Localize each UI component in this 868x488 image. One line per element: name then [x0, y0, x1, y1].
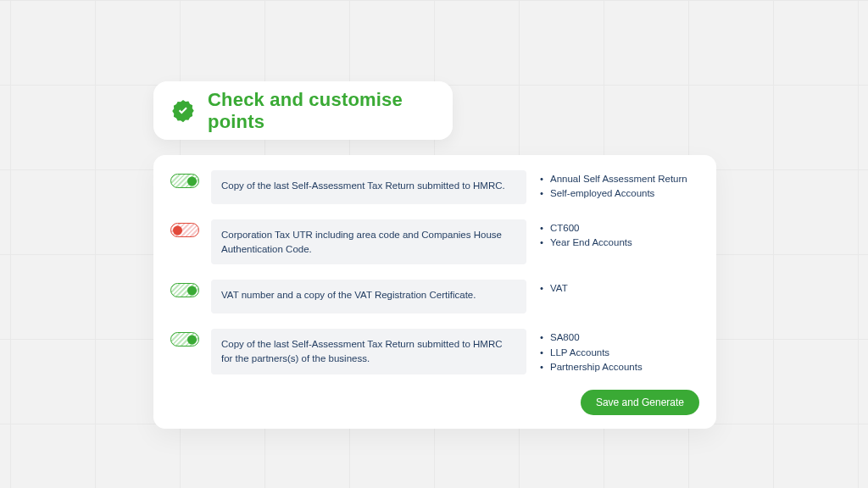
tag-item: VAT	[548, 281, 699, 296]
tag-item: LLP Accounts	[548, 346, 699, 360]
tag-item: SA800	[548, 330, 699, 345]
point-tags: VAT	[538, 280, 699, 296]
save-and-generate-button[interactable]: Save and Generate	[581, 390, 699, 415]
point-tags: Annual Self Assessment Return Self-emplo…	[538, 170, 699, 202]
tag-item: Annual Self Assessment Return	[548, 172, 699, 186]
points-panel: Copy of the last Self-Assessment Tax Ret…	[153, 155, 716, 429]
tag-item: Partnership Accounts	[548, 360, 699, 374]
point-description: Copy of the last Self-Assessment Tax Ret…	[211, 329, 526, 374]
header-card: Check and customise points	[153, 81, 453, 140]
toggle-point-1[interactable]	[170, 174, 199, 188]
tag-item: Year End Accounts	[548, 236, 699, 250]
toggle-point-2[interactable]	[170, 223, 199, 237]
page-title: Check and customise points	[208, 89, 436, 133]
tag-item: Self-employed Accounts	[548, 186, 699, 201]
point-row: Copy of the last Self-Assessment Tax Ret…	[170, 170, 699, 204]
point-description: Copy of the last Self-Assessment Tax Ret…	[211, 170, 526, 204]
toggle-point-3[interactable]	[170, 283, 199, 297]
toggle-point-4[interactable]	[170, 332, 199, 347]
point-description: VAT number and a copy of the VAT Registr…	[211, 280, 526, 313]
point-description: Corporation Tax UTR including area code …	[211, 219, 526, 264]
verified-badge-icon	[170, 98, 196, 124]
panel-actions: Save and Generate	[170, 390, 699, 415]
tag-item: CT600	[548, 221, 699, 236]
point-tags: SA800 LLP Accounts Partnership Accounts	[538, 329, 699, 374]
point-row: Copy of the last Self-Assessment Tax Ret…	[170, 329, 699, 374]
point-row: Corporation Tax UTR including area code …	[170, 219, 699, 264]
point-row: VAT number and a copy of the VAT Registr…	[170, 280, 699, 313]
point-tags: CT600 Year End Accounts	[538, 219, 699, 251]
